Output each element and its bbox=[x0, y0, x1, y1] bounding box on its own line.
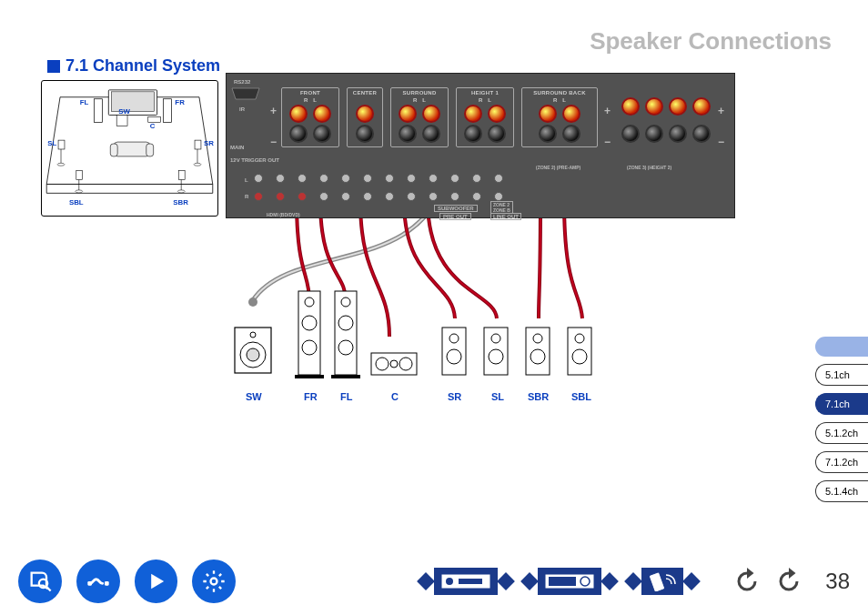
device-prev-button[interactable] bbox=[417, 572, 435, 590]
section-heading: 7.1 Channel System bbox=[47, 56, 220, 76]
ch-btn-51[interactable]: 5.1ch bbox=[815, 364, 868, 386]
zone-preamp-label: (ZONE 2) (PRE-AMP) bbox=[536, 165, 580, 170]
page-number: 38 bbox=[825, 569, 850, 594]
svg-text:SL: SL bbox=[47, 139, 56, 147]
svg-text:SBR: SBR bbox=[173, 198, 188, 207]
svg-point-35 bbox=[250, 332, 256, 338]
gear-icon bbox=[201, 569, 227, 594]
label-sr: SR bbox=[448, 391, 461, 402]
svg-point-60 bbox=[575, 334, 584, 343]
svg-marker-1 bbox=[46, 184, 213, 193]
svg-rect-17 bbox=[76, 171, 83, 180]
bottom-nav-bar: 38 bbox=[18, 557, 850, 606]
receiver-display-icon bbox=[544, 573, 595, 590]
svg-text:SR: SR bbox=[204, 139, 214, 147]
svg-point-52 bbox=[447, 349, 461, 364]
device3-next-button[interactable] bbox=[682, 572, 701, 590]
svg-point-13 bbox=[57, 163, 65, 166]
ch-btn-512[interactable]: 5.1.2ch bbox=[815, 422, 868, 444]
speaker-sr-icon bbox=[442, 328, 466, 375]
rs232-port-icon bbox=[230, 86, 261, 101]
cables-button[interactable] bbox=[76, 560, 120, 603]
channel-nav: 5.1ch 7.1ch 5.1.2ch 7.1.2ch 5.1.4ch bbox=[815, 337, 868, 502]
svg-rect-40 bbox=[295, 375, 324, 378]
heading-bullet-icon bbox=[47, 60, 60, 73]
device-view-nav bbox=[414, 568, 703, 595]
device2-next-button[interactable] bbox=[601, 572, 619, 590]
speaker-sl-icon bbox=[484, 328, 508, 375]
svg-rect-5 bbox=[116, 115, 127, 126]
ir-label: IR bbox=[239, 106, 245, 112]
svg-rect-9 bbox=[110, 144, 117, 156]
svg-rect-11 bbox=[58, 140, 65, 149]
svg-text:C: C bbox=[150, 122, 156, 130]
ch-btn-514[interactable]: 5.1.4ch bbox=[815, 480, 868, 502]
svg-rect-14 bbox=[195, 140, 201, 149]
remote-icon bbox=[646, 571, 679, 591]
svg-point-39 bbox=[302, 340, 317, 355]
svg-point-16 bbox=[194, 163, 201, 166]
room-layout-diagram: FL FR SW C SL SR SBL SBR bbox=[41, 80, 218, 217]
label-sbl: SBL bbox=[571, 391, 591, 402]
svg-rect-71 bbox=[549, 577, 576, 586]
svg-point-66 bbox=[211, 579, 217, 585]
svg-rect-73 bbox=[649, 572, 665, 591]
svg-point-43 bbox=[338, 316, 353, 330]
speaker-fl-icon bbox=[331, 291, 360, 378]
svg-point-68 bbox=[446, 578, 453, 585]
play-icon bbox=[144, 569, 169, 594]
term-group-surround: SURROUND RL bbox=[390, 87, 449, 147]
svg-text:FL: FL bbox=[80, 98, 89, 106]
svg-rect-7 bbox=[164, 99, 172, 123]
svg-point-49 bbox=[399, 358, 412, 370]
ch-btn-712[interactable]: 7.1.2ch bbox=[815, 451, 868, 473]
subwoofer-label: SUBWOOFER bbox=[434, 205, 478, 212]
main-label: MAIN bbox=[230, 145, 244, 150]
device-receiver-front-button[interactable] bbox=[434, 568, 498, 595]
label-sw: SW bbox=[246, 391, 262, 402]
page-title: Speaker Connections bbox=[590, 27, 832, 55]
device-receiver-display-button[interactable] bbox=[538, 568, 601, 595]
svg-rect-69 bbox=[459, 579, 482, 584]
channel-nav-current-marker bbox=[815, 337, 868, 357]
term-group-center: CENTER bbox=[347, 87, 383, 147]
cable-icon bbox=[86, 569, 111, 594]
svg-line-63 bbox=[46, 587, 51, 591]
speaker-fr-icon bbox=[295, 291, 324, 378]
label-sl: SL bbox=[491, 391, 504, 402]
svg-text:SW: SW bbox=[118, 107, 130, 116]
term-group-surround-back: SURROUND BACK RL bbox=[521, 87, 598, 147]
label-fr: FR bbox=[304, 391, 318, 402]
speaker-sbr-icon bbox=[526, 328, 550, 375]
svg-point-44 bbox=[338, 340, 353, 355]
svg-rect-64 bbox=[87, 581, 92, 586]
room-svg: FL FR SW C SL SR SBL SBR bbox=[42, 81, 217, 216]
label-c: C bbox=[391, 391, 399, 402]
svg-rect-6 bbox=[95, 99, 103, 123]
label-sbr: SBR bbox=[528, 391, 549, 402]
device2-prev-button[interactable] bbox=[520, 572, 539, 590]
svg-rect-20 bbox=[178, 171, 185, 180]
svg-point-19 bbox=[76, 190, 83, 193]
svg-point-48 bbox=[390, 360, 398, 368]
device3-prev-button[interactable] bbox=[624, 572, 642, 590]
label-fl: FL bbox=[340, 391, 352, 402]
device-remote-button[interactable] bbox=[641, 568, 683, 595]
undo-button[interactable] bbox=[731, 565, 763, 598]
settings-button[interactable] bbox=[192, 560, 236, 603]
zone2-zoneb-label: ZONE 2 ZONE B bbox=[490, 201, 513, 214]
section-title-text: 7.1 Channel System bbox=[66, 56, 220, 76]
device-next-button[interactable] bbox=[497, 572, 515, 590]
svg-point-54 bbox=[491, 334, 500, 343]
redo-button[interactable] bbox=[772, 565, 805, 598]
svg-point-61 bbox=[572, 349, 587, 364]
svg-point-22 bbox=[177, 190, 185, 193]
svg-point-34 bbox=[247, 348, 259, 361]
hdmi-bd-label: HDMI (BD/DVD) bbox=[267, 212, 300, 217]
manual-search-button[interactable] bbox=[18, 560, 62, 603]
play-button[interactable] bbox=[135, 560, 178, 603]
ch-btn-71[interactable]: 7.1ch bbox=[815, 393, 868, 415]
trigger-label: 12V TRIGGER OUT bbox=[230, 157, 279, 163]
svg-point-51 bbox=[449, 334, 459, 343]
subwoofer-icon bbox=[235, 328, 271, 373]
